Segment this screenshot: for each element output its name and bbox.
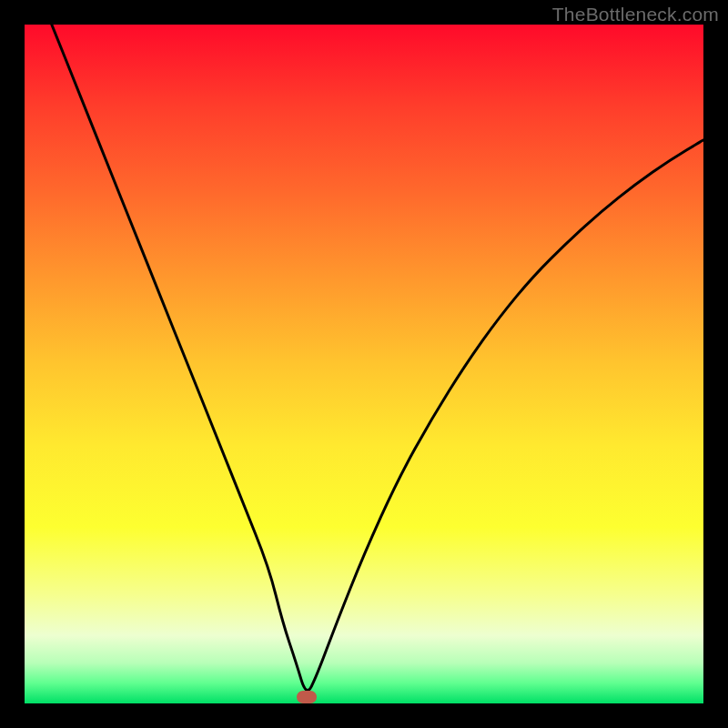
curve-svg: [25, 25, 703, 703]
optimum-marker: [297, 691, 317, 703]
plot-area: [25, 25, 703, 703]
watermark-text: TheBottleneck.com: [552, 4, 719, 25]
chart-frame: TheBottleneck.com: [0, 0, 728, 728]
bottleneck-curve: [52, 25, 703, 691]
